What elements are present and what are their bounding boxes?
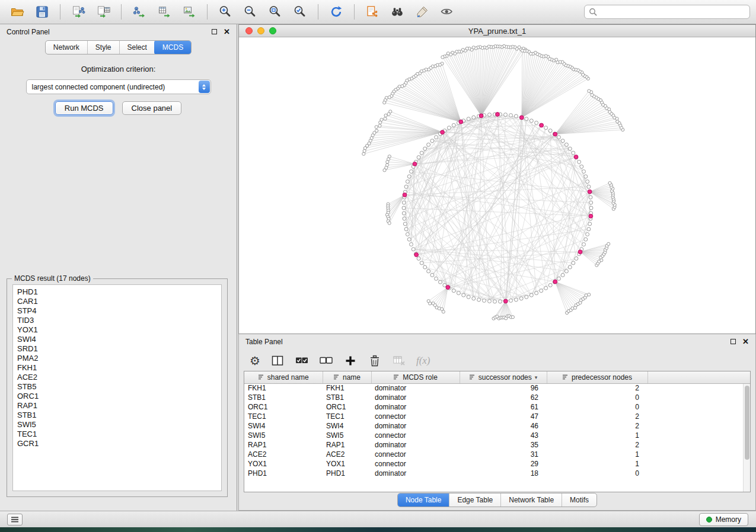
import-network-file-button[interactable] bbox=[67, 2, 90, 21]
chevron-down-icon[interactable]: ▾ bbox=[535, 374, 538, 380]
tab-edge-table[interactable]: Edge Table bbox=[449, 493, 500, 507]
column-header-predecessor-nodes[interactable]: predecessor nodes bbox=[547, 371, 647, 383]
import-table-file-button[interactable] bbox=[92, 2, 114, 21]
zoom-selected-button[interactable] bbox=[289, 2, 311, 21]
mcds-result-item[interactable]: FKH1 bbox=[17, 363, 217, 373]
import-table-file-icon bbox=[96, 5, 110, 19]
table-scrollbar[interactable] bbox=[743, 384, 750, 492]
panel-menu-button[interactable] bbox=[7, 514, 23, 525]
close-table-panel-icon[interactable]: ✕ bbox=[742, 338, 749, 345]
fit-content-button[interactable] bbox=[264, 2, 286, 21]
tab-mcds[interactable]: MCDS bbox=[154, 40, 192, 55]
cell-filler bbox=[647, 421, 750, 431]
mcds-result-item[interactable]: SRD1 bbox=[17, 344, 217, 354]
network-graph[interactable] bbox=[239, 37, 755, 334]
mcds-result-item[interactable]: TID3 bbox=[17, 316, 217, 325]
table-scrollbar-thumb[interactable] bbox=[745, 386, 749, 460]
column-header-name[interactable]: name bbox=[323, 371, 371, 383]
export-network-button[interactable] bbox=[128, 2, 151, 21]
table-row[interactable]: STB1STB1dominator620 bbox=[244, 393, 750, 402]
cell: PHD1 bbox=[244, 469, 323, 478]
table-row[interactable]: FKH1FKH1dominator962 bbox=[244, 383, 750, 393]
open-folder-button[interactable] bbox=[6, 2, 28, 21]
tab-style[interactable]: Style bbox=[87, 41, 119, 54]
table-row[interactable]: ACE2ACE2connector311 bbox=[244, 450, 750, 459]
table-row[interactable]: TEC1TEC1connector472 bbox=[244, 412, 750, 421]
column-header-mcds-role[interactable]: MCDS role bbox=[371, 371, 460, 383]
function-builder-button[interactable]: f(x) bbox=[416, 355, 430, 367]
table-row[interactable]: RAP1RAP1dominator352 bbox=[244, 440, 750, 450]
search-box[interactable] bbox=[584, 5, 750, 19]
float-panel-icon[interactable] bbox=[212, 29, 217, 34]
mcds-result-item[interactable]: STB5 bbox=[17, 382, 217, 392]
tab-select[interactable]: Select bbox=[119, 41, 155, 54]
cell: FKH1 bbox=[244, 383, 323, 393]
table-row[interactable]: YOX1YOX1connector291 bbox=[244, 459, 750, 469]
delete-table-button[interactable] bbox=[392, 354, 406, 368]
minimize-window-button[interactable] bbox=[257, 27, 264, 34]
create-column-button[interactable] bbox=[343, 354, 358, 368]
mcds-result-item[interactable]: TEC1 bbox=[17, 430, 217, 439]
select-all-button[interactable] bbox=[295, 354, 309, 368]
tab-node-table[interactable]: Node Table bbox=[397, 493, 450, 507]
mcds-result-item[interactable]: YOX1 bbox=[17, 325, 217, 335]
mcds-result-item[interactable]: CAR1 bbox=[17, 297, 217, 306]
show-columns-button[interactable] bbox=[270, 354, 285, 368]
criterion-dropdown[interactable]: largest connected component (undirected) bbox=[26, 79, 211, 94]
apply-style-button[interactable] bbox=[411, 2, 433, 21]
share-document-button[interactable] bbox=[361, 2, 384, 21]
mcds-result-item[interactable]: ORC1 bbox=[17, 392, 217, 401]
cell: connector bbox=[371, 431, 460, 440]
run-mcds-button[interactable]: Run MCDS bbox=[55, 101, 113, 115]
mcds-result-item[interactable]: PMA2 bbox=[17, 354, 217, 363]
toolbar-separator bbox=[354, 4, 355, 20]
mcds-result-list[interactable]: PHD1CAR1STP4TID3YOX1SWI4SRD1PMA2FKH1ACE2… bbox=[12, 284, 222, 491]
column-header-shared-name[interactable]: shared name bbox=[244, 371, 323, 383]
table-row[interactable]: PHD1PHD1dominator180 bbox=[244, 469, 750, 478]
deselect-all-button[interactable] bbox=[319, 354, 333, 368]
network-window-titlebar[interactable]: YPA_prune.txt_1 bbox=[239, 25, 755, 37]
save-session-button[interactable] bbox=[31, 2, 53, 21]
table-row[interactable]: SWI5SWI5connector431 bbox=[244, 431, 750, 440]
close-panel-icon[interactable]: ✕ bbox=[224, 28, 230, 36]
search-input[interactable] bbox=[600, 8, 745, 16]
tab-motifs[interactable]: Motifs bbox=[562, 493, 596, 507]
export-image-button[interactable] bbox=[178, 2, 200, 21]
cell: 1 bbox=[547, 459, 647, 469]
table-panel-tabs: Node TableEdge TableNetwork TableMotifs bbox=[239, 493, 755, 507]
mcds-result-item[interactable]: ACE2 bbox=[17, 373, 217, 382]
export-table-button[interactable] bbox=[153, 2, 176, 21]
table-row[interactable]: ORC1ORC1dominator610 bbox=[244, 402, 750, 412]
mcds-result-item[interactable]: SWI5 bbox=[17, 420, 217, 430]
zoom-out-button[interactable] bbox=[239, 2, 261, 21]
cell: TEC1 bbox=[244, 412, 323, 421]
column-header-successor-nodes[interactable]: successor nodes▾ bbox=[460, 371, 547, 383]
float-table-panel-icon[interactable] bbox=[731, 339, 736, 344]
mcds-result-item[interactable]: STB1 bbox=[17, 411, 217, 420]
cell: 62 bbox=[460, 393, 547, 402]
memory-button[interactable]: Memory bbox=[699, 513, 748, 526]
search-network-button[interactable] bbox=[386, 2, 409, 21]
mcds-result-item[interactable]: GCR1 bbox=[17, 439, 217, 448]
mcds-result-item[interactable]: SWI4 bbox=[17, 335, 217, 344]
mcds-result-item[interactable]: STP4 bbox=[17, 306, 217, 316]
mcds-result-item[interactable]: RAP1 bbox=[17, 401, 217, 411]
cell: RAP1 bbox=[244, 440, 323, 450]
apply-preferred-layout-button[interactable] bbox=[325, 2, 347, 21]
zoom-in-button[interactable] bbox=[214, 2, 237, 21]
close-window-button[interactable] bbox=[245, 27, 253, 34]
cell: FKH1 bbox=[323, 383, 371, 393]
cell: SWI5 bbox=[323, 431, 371, 440]
tab-network[interactable]: Network bbox=[46, 41, 87, 54]
table-settings-button[interactable]: ⚙ bbox=[250, 355, 260, 367]
toolbar-separator bbox=[318, 4, 318, 20]
zoom-out-icon bbox=[243, 5, 257, 19]
show-graphics-details-button[interactable] bbox=[436, 2, 458, 21]
delete-column-button[interactable] bbox=[368, 354, 382, 368]
table-row[interactable]: SWI4SWI4dominator462 bbox=[244, 421, 750, 431]
maximize-window-button[interactable] bbox=[269, 27, 276, 34]
tab-network-table[interactable]: Network Table bbox=[500, 493, 562, 507]
node-table-container: shared namenameMCDS rolesuccessor nodes▾… bbox=[244, 371, 751, 492]
close-panel-button[interactable]: Close panel bbox=[122, 101, 182, 115]
mcds-result-item[interactable]: PHD1 bbox=[17, 287, 217, 297]
